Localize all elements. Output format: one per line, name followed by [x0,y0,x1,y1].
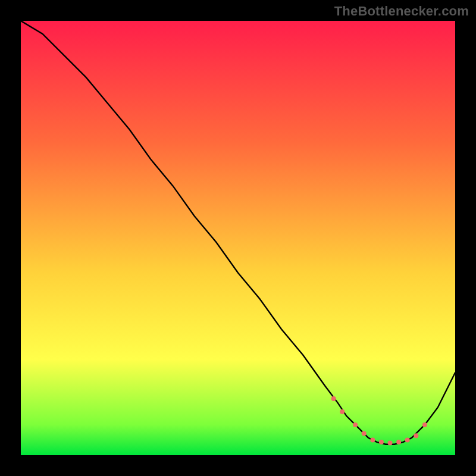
chart-svg [21,21,455,455]
plot-area [21,21,455,455]
highlight-marker [331,396,336,401]
highlight-marker [370,437,375,442]
highlight-marker [340,409,345,414]
highlight-marker [362,431,367,436]
highlight-marker [396,440,401,444]
highlight-marker [422,422,427,427]
attribution-label: TheBottlenecker.com [334,4,469,19]
highlight-marker [379,440,384,444]
highlight-marker [388,441,393,446]
highlight-marker [353,422,358,427]
gradient-background [21,21,455,455]
highlight-marker [405,437,410,442]
chart-container: TheBottlenecker.com [0,0,476,476]
highlight-marker [414,433,418,438]
